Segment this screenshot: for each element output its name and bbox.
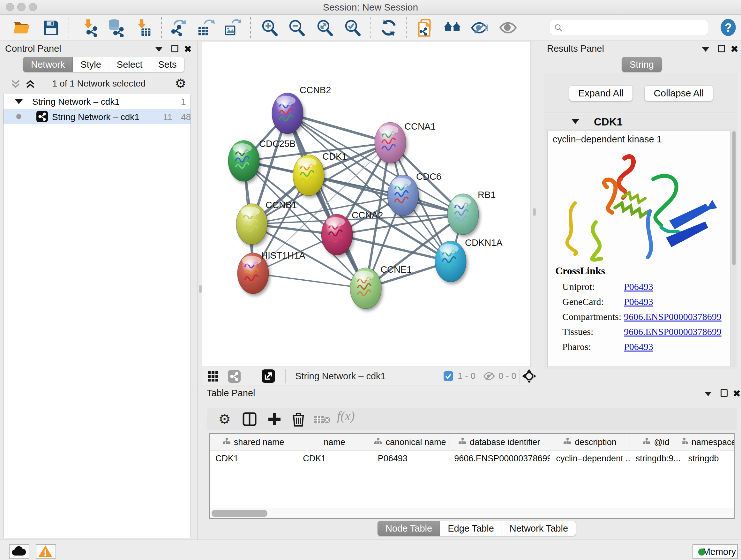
import-network-database-icon[interactable] <box>107 19 125 37</box>
zoom-in-icon[interactable] <box>261 19 279 37</box>
delete-column-icon[interactable] <box>292 412 305 427</box>
open-session-icon[interactable] <box>13 19 30 37</box>
network-node-RB1[interactable] <box>448 194 479 235</box>
gene-section-header[interactable]: CDK1 <box>544 114 737 130</box>
warning-status-button[interactable] <box>36 544 56 559</box>
home-networks-icon[interactable] <box>444 19 461 37</box>
table-cell[interactable]: 9606.ENSP00000378699 <box>448 450 550 466</box>
table-cell[interactable]: CDK1 <box>297 450 372 466</box>
clone-network-icon[interactable] <box>415 19 433 37</box>
grid-view-icon[interactable] <box>207 371 219 382</box>
cloud-status-button[interactable] <box>9 544 29 559</box>
panel-float-icon[interactable] <box>718 45 725 52</box>
export-image-icon[interactable] <box>223 19 241 37</box>
crosslink-link[interactable]: 9606.ENSP00000378699 <box>624 311 722 322</box>
help-icon[interactable]: ? <box>720 18 737 37</box>
selected-checkbox-icon[interactable] <box>444 371 453 381</box>
export-table-icon[interactable] <box>197 19 215 37</box>
table-cell[interactable]: stringdb:9... <box>630 450 683 466</box>
tab-style[interactable]: Style <box>73 57 109 72</box>
panel-float-icon[interactable] <box>172 45 179 52</box>
gene-collapse-icon[interactable] <box>571 119 579 124</box>
save-session-icon[interactable] <box>42 19 60 37</box>
zoom-fit-icon[interactable] <box>316 19 334 37</box>
apply-function-icon[interactable]: f(x) <box>337 408 355 423</box>
birdseye-crosshair-icon[interactable] <box>522 369 536 383</box>
network-row[interactable]: String Network – cdk1 11 48 <box>3 109 191 124</box>
preview-eye-icon[interactable] <box>499 19 517 37</box>
tab-node-table[interactable]: Node Table <box>378 521 440 536</box>
import-network-file-icon[interactable] <box>80 19 98 37</box>
column-header-shared-name[interactable]: shared name <box>210 434 297 450</box>
panel-menu-caret-icon[interactable] <box>704 392 712 396</box>
tab-select[interactable]: Select <box>109 57 151 72</box>
tab-sets[interactable]: Sets <box>150 57 185 72</box>
network-collection-row[interactable]: String Network – cdk1 1 <box>3 94 191 109</box>
expand-all-button[interactable]: Expand All <box>569 85 633 101</box>
tab-network-table[interactable]: Network Table <box>502 521 576 536</box>
crosslink-link[interactable]: P06493 <box>624 341 653 352</box>
memory-button[interactable]: Memory <box>692 544 738 559</box>
network-node-CCNB1[interactable] <box>236 204 267 245</box>
network-edge[interactable] <box>253 273 366 288</box>
column-header-description[interactable]: description <box>550 434 630 450</box>
table-cell[interactable]: CDK1 <box>210 450 297 466</box>
table-row[interactable]: CDK1CDK1P064939606.ENSP00000378699cyclin… <box>210 450 734 466</box>
close-window-button[interactable] <box>6 3 14 11</box>
network-view-icon[interactable] <box>228 370 241 383</box>
results-scrollbar[interactable] <box>732 131 736 367</box>
import-table-file-icon[interactable] <box>134 19 152 37</box>
tab-network[interactable]: Network <box>23 57 73 72</box>
column-header-database-identifier[interactable]: database identifier <box>448 434 550 450</box>
panel-menu-caret-icon[interactable] <box>155 47 162 52</box>
table-cell[interactable]: P06493 <box>372 450 448 466</box>
network-edge[interactable] <box>287 113 366 288</box>
column-header-@id[interactable]: @id <box>630 434 683 450</box>
create-column-icon[interactable] <box>267 412 281 426</box>
delete-table-icon[interactable] <box>314 415 331 424</box>
left-splitter-handle[interactable] <box>199 285 202 293</box>
table-settings-gear-icon[interactable]: ⚙ <box>218 411 231 427</box>
network-node-CCNA1[interactable] <box>375 122 406 163</box>
network-node-CCNE1[interactable] <box>350 268 381 309</box>
crosslink-link[interactable]: P06493 <box>624 296 653 307</box>
right-splitter-handle[interactable] <box>533 208 536 216</box>
minimize-window-button[interactable] <box>17 3 25 11</box>
panel-close-icon[interactable]: ✖ <box>733 388 741 399</box>
network-node-CCNB2[interactable] <box>272 93 303 134</box>
zoom-window-button[interactable] <box>29 3 37 11</box>
open-in-window-icon[interactable] <box>262 369 275 383</box>
zoom-selected-icon[interactable] <box>344 19 361 37</box>
panel-close-icon[interactable]: ✖ <box>184 44 192 55</box>
show-columns-icon[interactable] <box>243 412 257 426</box>
column-header-namespace[interactable]: namespace <box>682 434 734 450</box>
network-node-CCNA2[interactable] <box>321 214 353 255</box>
network-node-CDC25B[interactable] <box>228 140 259 181</box>
search-field[interactable] <box>565 21 703 34</box>
network-canvas[interactable]: CCNB2CCNA1CDC25BCDK1CDC6RB1CCNB1CCNA2CDK… <box>202 42 530 367</box>
crosslink-link[interactable]: 9606.ENSP00000378699 <box>624 326 722 337</box>
tab-edge-table[interactable]: Edge Table <box>440 521 502 536</box>
column-header-name[interactable]: name <box>297 434 372 450</box>
hide-eye-icon[interactable] <box>470 19 488 37</box>
table-cell[interactable]: stringdb <box>682 450 734 466</box>
network-node-CDC6[interactable] <box>387 175 419 216</box>
collapse-all-button[interactable]: Collapse All <box>644 85 713 101</box>
panel-close-icon[interactable]: ✖ <box>731 44 738 55</box>
search-input[interactable] <box>550 20 708 35</box>
panel-float-icon[interactable] <box>721 389 728 397</box>
zoom-out-icon[interactable] <box>288 19 306 37</box>
tab-string[interactable]: String <box>622 57 662 72</box>
export-network-icon[interactable] <box>170 19 188 37</box>
table-horizontal-scrollbar[interactable] <box>210 508 734 518</box>
network-node-CDKN1A[interactable] <box>435 241 466 282</box>
crosslink-link[interactable]: P06493 <box>624 281 653 292</box>
node-table[interactable]: shared namenamecanonical namedatabase id… <box>209 433 735 519</box>
network-options-gear-icon[interactable]: ⚙ <box>175 76 186 91</box>
refresh-icon[interactable] <box>380 19 398 37</box>
column-header-canonical-name[interactable]: canonical name <box>372 434 448 450</box>
network-node-CDK1[interactable] <box>293 155 324 196</box>
panel-menu-caret-icon[interactable] <box>702 47 709 52</box>
table-cell[interactable]: cyclin–dependent ... <box>550 450 630 466</box>
collection-expand-icon[interactable] <box>15 99 23 104</box>
